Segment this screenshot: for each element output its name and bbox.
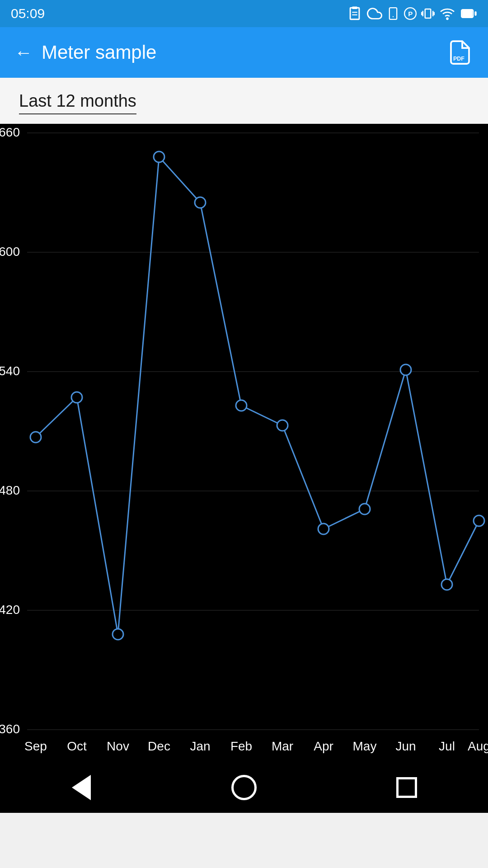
y-label-600: 600 [0, 245, 20, 259]
x-label-jul: Jul [439, 739, 455, 753]
svg-point-13 [447, 18, 448, 19]
y-label-420: 420 [0, 603, 20, 617]
x-label-dec: Dec [148, 739, 170, 753]
x-label-jan: Jan [190, 739, 210, 753]
nav-home-icon [231, 775, 257, 800]
svg-rect-4 [389, 8, 397, 19]
app-title: Meter sample [42, 42, 156, 63]
x-label-mar: Mar [272, 739, 293, 753]
x-label-apr: Apr [314, 739, 333, 753]
app-bar-left: ← Meter sample [14, 42, 156, 63]
y-label-480: 480 [0, 483, 20, 497]
status-icons: P [347, 6, 477, 21]
svg-text:P: P [408, 10, 413, 18]
filter-label[interactable]: Last 12 months [19, 91, 136, 114]
clipboard-icon [347, 6, 362, 21]
nav-home-button[interactable] [226, 769, 262, 806]
dot-mar [277, 420, 288, 431]
dot-nov [113, 629, 123, 640]
wifi-icon [439, 6, 455, 21]
y-label-360: 360 [0, 722, 20, 736]
status-bar: 05:09 P [0, 0, 488, 27]
svg-rect-18 [0, 124, 488, 762]
svg-text:PDF: PDF [453, 56, 465, 62]
y-label-660: 660 [0, 125, 20, 139]
status-time: 05:09 [11, 6, 45, 21]
back-button[interactable]: ← [14, 42, 33, 63]
x-label-jun: Jun [395, 739, 416, 753]
x-label-nov: Nov [107, 739, 129, 753]
dot-apr [318, 524, 329, 534]
dot-jun [400, 364, 411, 375]
svg-rect-0 [350, 8, 359, 19]
svg-rect-8 [425, 9, 431, 18]
phone-icon [387, 6, 399, 21]
dot-feb [236, 400, 247, 411]
dot-oct [71, 392, 82, 403]
chart-svg: 660 600 540 480 420 360 Sep Oct Nov Dec … [0, 124, 488, 762]
nav-bar [0, 762, 488, 813]
svg-rect-16 [463, 11, 472, 16]
y-label-540: 540 [0, 364, 20, 378]
chart-container: 660 600 540 480 420 360 Sep Oct Nov Dec … [0, 124, 488, 813]
vibrate-icon [421, 6, 435, 21]
pdf-icon[interactable]: PDF [446, 39, 474, 66]
battery-icon [460, 6, 477, 21]
dot-jan [195, 197, 206, 208]
nav-back-button[interactable] [63, 769, 99, 806]
nav-recent-button[interactable] [389, 769, 425, 806]
nav-back-icon [72, 775, 91, 800]
x-label-feb: Feb [230, 739, 252, 753]
x-label-may: May [353, 739, 377, 753]
dot-jul [441, 579, 452, 590]
cloud-icon [367, 6, 382, 21]
dot-dec [154, 151, 164, 162]
dot-sep [30, 432, 41, 443]
x-label-sep: Sep [24, 739, 47, 753]
x-label-oct: Oct [67, 739, 87, 753]
x-label-aug: Aug [468, 739, 488, 753]
dot-aug [474, 515, 484, 526]
filter-section: Last 12 months [0, 78, 488, 124]
app-bar: ← Meter sample PDF [0, 27, 488, 78]
parking-icon: P [404, 6, 417, 21]
dot-may [359, 504, 370, 514]
nav-recent-icon [396, 777, 417, 798]
svg-rect-1 [352, 6, 357, 9]
